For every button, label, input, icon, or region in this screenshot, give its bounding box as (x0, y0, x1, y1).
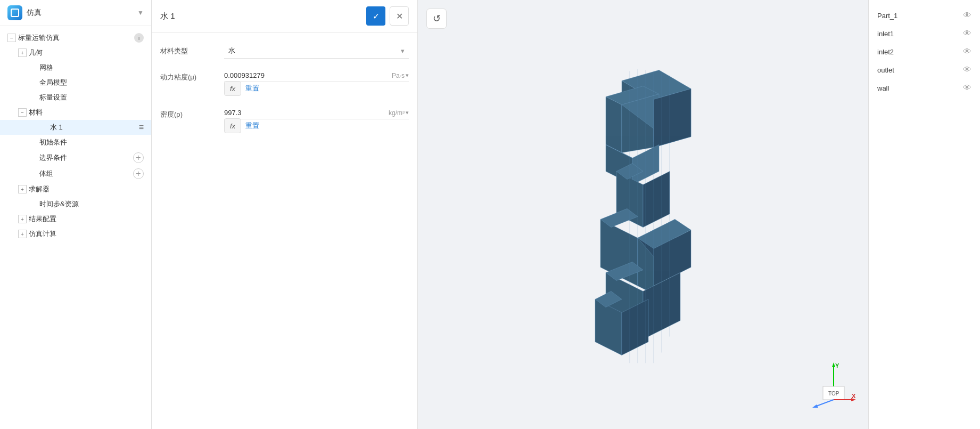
density-reset-link[interactable]: 重置 (245, 121, 259, 131)
dialog-close-button[interactable]: ✕ (390, 6, 409, 26)
eye-icon-inlet2[interactable]: 👁 (963, 47, 971, 56)
sidebar-label-scalar-settings: 标量设置 (39, 93, 144, 102)
sidebar-label-global-model: 全局模型 (39, 78, 144, 87)
dynamic-viscosity-input[interactable] (224, 71, 392, 79)
layer-name-part1: Part_1 (877, 12, 963, 20)
material-type-value: 水 (228, 46, 235, 55)
sidebar-label-water1: 水 1 (50, 123, 139, 132)
density-fx-button[interactable]: fx (224, 118, 241, 133)
sidebar-item-material[interactable]: − 材料 (0, 105, 151, 120)
expand-icon-solver[interactable]: + (18, 185, 27, 193)
axes-svg: TOP Y X (810, 360, 858, 408)
add-icon-body-group[interactable]: + (133, 168, 144, 179)
sidebar-item-geometry[interactable]: + 几何 (0, 45, 151, 60)
dynamic-viscosity-unit[interactable]: Pa·s ▾ (392, 72, 409, 79)
sidebar-item-initial-cond[interactable]: 初始条件 (0, 135, 151, 150)
eye-icon-inlet1[interactable]: 👁 (963, 29, 971, 38)
svg-marker-43 (812, 404, 818, 408)
layer-item-outlet[interactable]: outlet 👁 (869, 61, 980, 79)
svg-marker-14 (643, 171, 670, 227)
sidebar-label-material: 材料 (29, 108, 144, 117)
unit-label: Pa·s (392, 72, 405, 79)
expand-icon-material[interactable]: − (18, 108, 27, 117)
layer-item-inlet2[interactable]: inlet2 👁 (869, 43, 980, 61)
expand-icon-geometry[interactable]: + (18, 48, 27, 57)
sidebar-collapse-icon[interactable]: ▼ (137, 9, 144, 17)
eye-icon-part1[interactable]: 👁 (963, 11, 971, 20)
eye-icon-wall[interactable]: 👁 (963, 83, 971, 93)
dynamic-viscosity-group: 动力粘度(μ) Pa·s ▾ fx 重置 (160, 69, 409, 96)
svg-text:Y: Y (835, 362, 839, 369)
dynamic-viscosity-row: 动力粘度(μ) Pa·s ▾ (160, 69, 409, 82)
layer-name-outlet: outlet (877, 66, 963, 74)
material-type-label: 材料类型 (160, 43, 224, 56)
density-input[interactable] (224, 109, 389, 117)
viewport[interactable]: ↺ (418, 0, 868, 429)
sidebar-item-mesh[interactable]: 网格 (0, 60, 151, 75)
material-type-select[interactable]: 水 ▾ (224, 43, 409, 59)
sidebar-item-sim-calc[interactable]: + 仿真计算 (0, 226, 151, 241)
close-icon: ✕ (396, 11, 403, 21)
density-unit[interactable]: kg/m³ ▾ (389, 109, 409, 117)
sidebar-item-water1[interactable]: 水 1 ≡ (0, 120, 151, 135)
check-icon: ✓ (373, 11, 380, 21)
layer-item-part1[interactable]: Part_1 👁 (869, 6, 980, 25)
badge-bulk-transport: i (134, 33, 144, 43)
fx-icon-density: fx (230, 122, 235, 130)
sidebar-label-sim-calc: 仿真计算 (29, 229, 144, 239)
sidebar-item-scalar-settings[interactable]: 标量设置 (0, 90, 151, 105)
expand-icon-sim-calc[interactable]: + (18, 230, 27, 238)
dynamic-viscosity-reset-link[interactable]: 重置 (245, 84, 259, 93)
axes-widget: TOP Y X (810, 360, 858, 408)
undo-icon: ↺ (433, 13, 441, 25)
sidebar: 仿真 ▼ − 标量运输仿真 i + 几何 网格 全局模型 标量设置 (0, 0, 152, 429)
dynamic-viscosity-input-group: Pa·s ▾ (224, 69, 409, 82)
sidebar-header: 仿真 ▼ (0, 0, 151, 26)
dropdown-icon: ▾ (401, 47, 405, 55)
dialog-confirm-button[interactable]: ✓ (366, 6, 385, 26)
sidebar-item-solver[interactable]: + 求解器 (0, 182, 151, 197)
dialog-title: 水 1 (160, 11, 362, 21)
svg-text:X: X (852, 393, 856, 399)
eye-icon-outlet[interactable]: 👁 (963, 65, 971, 75)
add-icon-boundary-cond[interactable]: + (133, 152, 144, 163)
svg-text:TOP: TOP (828, 391, 839, 396)
density-actions: fx 重置 (160, 118, 409, 133)
sidebar-item-bulk-transport[interactable]: − 标量运输仿真 i (0, 30, 151, 45)
sidebar-label-mesh: 网格 (39, 63, 144, 72)
sidebar-label-result-config: 结果配置 (29, 214, 144, 224)
3d-model-svg (590, 64, 696, 363)
sidebar-item-result-config[interactable]: + 结果配置 (0, 212, 151, 226)
layer-item-wall[interactable]: wall 👁 (869, 79, 980, 97)
sidebar-item-time-step[interactable]: 时间步&资源 (0, 197, 151, 212)
menu-icon-water1[interactable]: ≡ (139, 123, 144, 132)
undo-button[interactable]: ↺ (426, 9, 447, 29)
sidebar-label-initial-cond: 初始条件 (39, 137, 144, 147)
sidebar-item-body-group[interactable]: 体组 + (0, 166, 151, 182)
density-group: 密度(ρ) kg/m³ ▾ fx 重置 (160, 107, 409, 133)
material-type-row: 材料类型 水 ▾ (160, 43, 409, 59)
sidebar-title: 仿真 (27, 8, 133, 18)
sidebar-label-body-group: 体组 (39, 169, 133, 179)
expand-icon-result-config[interactable]: + (18, 215, 27, 223)
layer-name-inlet2: inlet2 (877, 48, 963, 56)
fx-icon: fx (230, 85, 235, 93)
app-logo (7, 5, 22, 20)
layer-item-inlet1[interactable]: inlet1 👁 (869, 25, 980, 43)
dialog-body: 材料类型 水 ▾ 动力粘度(μ) Pa·s ▾ fx (152, 33, 417, 144)
right-panel: Part_1 👁 inlet1 👁 inlet2 👁 outlet 👁 wall… (868, 0, 980, 429)
dynamic-viscosity-fx-button[interactable]: fx (224, 81, 241, 96)
svg-marker-4 (606, 96, 622, 152)
dialog-panel: 水 1 ✓ ✕ 材料类型 水 ▾ 动力粘度(μ) Pa·s (152, 0, 418, 429)
sidebar-item-boundary-cond[interactable]: 边界条件 + (0, 150, 151, 166)
sidebar-tree: − 标量运输仿真 i + 几何 网格 全局模型 标量设置 − 材料 (0, 26, 151, 429)
sidebar-label-boundary-cond: 边界条件 (39, 153, 133, 163)
3d-model-container (590, 64, 696, 365)
expand-icon-bulk-transport[interactable]: − (7, 34, 16, 42)
sidebar-item-global-model[interactable]: 全局模型 (0, 75, 151, 90)
density-unit-label: kg/m³ (389, 109, 405, 117)
sidebar-label-solver: 求解器 (29, 184, 144, 194)
dynamic-viscosity-label: 动力粘度(μ) (160, 69, 224, 82)
density-label: 密度(ρ) (160, 107, 224, 119)
toolbar-top: ↺ (426, 9, 447, 29)
